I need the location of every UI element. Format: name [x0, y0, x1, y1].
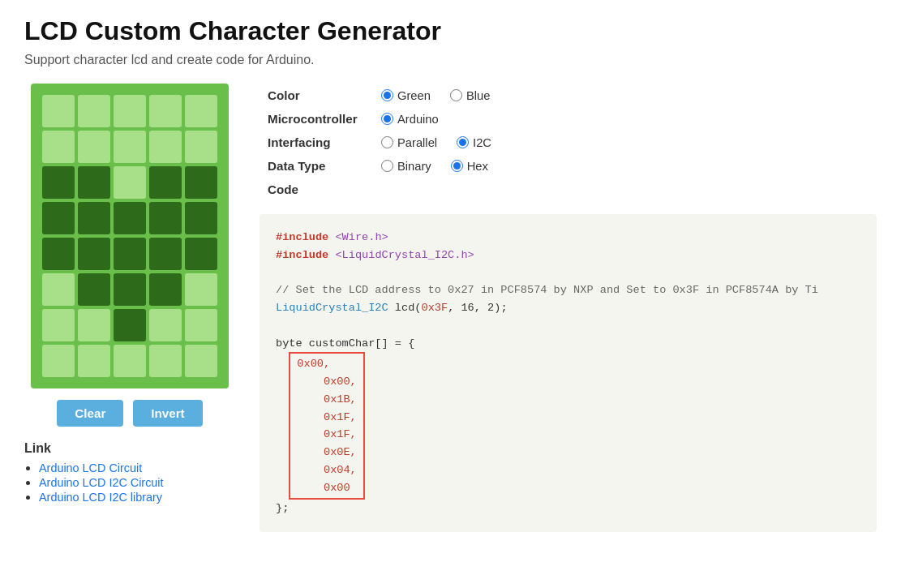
list-item: Arduino LCD I2C library	[39, 490, 164, 504]
hex-option[interactable]: Hex	[451, 160, 488, 173]
color-blue-radio[interactable]	[450, 89, 462, 101]
lcd-cell[interactable]	[185, 166, 217, 199]
i2c-radio[interactable]	[457, 136, 469, 148]
i2c-label: I2C	[473, 136, 491, 149]
interfacing-label: Interfacing	[260, 131, 373, 154]
binary-radio[interactable]	[381, 160, 393, 172]
button-row: Clear Invert	[57, 400, 202, 427]
link[interactable]: Arduino LCD I2C Circuit	[39, 476, 164, 489]
code-label: Code	[260, 178, 373, 201]
lcd-cell[interactable]	[149, 345, 182, 377]
color-blue-option[interactable]: Blue	[450, 89, 490, 102]
right-panel: Color Green Blue	[260, 84, 877, 532]
lcd-cell[interactable]	[42, 238, 75, 270]
lcd-cell[interactable]	[185, 95, 217, 127]
page-subtitle: Support character lcd and create code fo…	[24, 53, 877, 67]
lcd-cell[interactable]	[78, 309, 110, 341]
arduino-option[interactable]: Arduino	[381, 113, 439, 126]
code-row: Code	[260, 178, 877, 201]
microcontroller-radio-group: Arduino	[381, 113, 869, 126]
lcd-cell[interactable]	[78, 202, 110, 234]
main-layout: Clear Invert Link Arduino LCD CircuitArd…	[24, 84, 877, 532]
lcd-cell[interactable]	[149, 202, 182, 234]
clear-button[interactable]: Clear	[57, 400, 123, 427]
lcd-grid[interactable]	[42, 95, 217, 377]
microcontroller-label: Microcontroller	[260, 107, 373, 131]
lcd-cell[interactable]	[114, 273, 146, 306]
links-title: Link	[24, 441, 164, 456]
datatype-radio-group: Binary Hex	[381, 160, 869, 173]
invert-button[interactable]: Invert	[133, 400, 202, 427]
lcd-cell[interactable]	[114, 95, 146, 127]
lcd-cell[interactable]	[42, 345, 75, 377]
parallel-option[interactable]: Parallel	[381, 136, 437, 149]
lcd-cell[interactable]	[149, 273, 182, 306]
lcd-cell[interactable]	[42, 95, 75, 127]
parallel-label: Parallel	[397, 136, 437, 149]
lcd-cell[interactable]	[185, 238, 217, 270]
lcd-cell[interactable]	[185, 202, 217, 234]
lcd-cell[interactable]	[114, 309, 146, 341]
lcd-grid-container	[31, 84, 229, 388]
lcd-cell[interactable]	[42, 166, 75, 199]
lcd-cell[interactable]	[114, 202, 146, 234]
lcd-cell[interactable]	[78, 238, 110, 270]
color-blue-label: Blue	[466, 89, 490, 102]
lcd-cell[interactable]	[42, 309, 75, 341]
link[interactable]: Arduino LCD I2C library	[39, 491, 162, 504]
hex-radio[interactable]	[451, 160, 463, 172]
lcd-cell[interactable]	[78, 95, 110, 127]
lcd-cell[interactable]	[114, 238, 146, 270]
links-section: Link Arduino LCD CircuitArduino LCD I2C …	[24, 441, 164, 504]
lcd-cell[interactable]	[185, 131, 217, 163]
lcd-cell[interactable]	[185, 309, 217, 341]
list-item: Arduino LCD Circuit	[39, 461, 164, 475]
color-radio-group: Green Blue	[381, 89, 869, 102]
binary-label: Binary	[397, 160, 431, 173]
lcd-cell[interactable]	[42, 131, 75, 163]
binary-option[interactable]: Binary	[381, 160, 431, 173]
lcd-cell[interactable]	[149, 95, 182, 127]
page-title: LCD Custom Character Generator	[24, 16, 877, 46]
lcd-cell[interactable]	[78, 131, 110, 163]
options-table: Color Green Blue	[260, 84, 877, 201]
color-label: Color	[260, 84, 373, 107]
lcd-cell[interactable]	[114, 345, 146, 377]
parallel-radio[interactable]	[381, 136, 393, 148]
datatype-label: Data Type	[260, 154, 373, 178]
microcontroller-row: Microcontroller Arduino	[260, 107, 877, 131]
color-green-label: Green	[397, 89, 431, 102]
lcd-cell[interactable]	[149, 131, 182, 163]
lcd-cell[interactable]	[149, 309, 182, 341]
i2c-option[interactable]: I2C	[457, 136, 491, 149]
code-block: #include <Wire.h> #include <LiquidCrysta…	[260, 214, 877, 532]
left-panel: Clear Invert Link Arduino LCD CircuitArd…	[24, 84, 235, 504]
lcd-cell[interactable]	[185, 273, 217, 306]
lcd-cell[interactable]	[149, 238, 182, 270]
lcd-cell[interactable]	[78, 273, 110, 306]
lcd-cell[interactable]	[42, 273, 75, 306]
interfacing-radio-group: Parallel I2C	[381, 136, 869, 149]
color-green-radio[interactable]	[381, 89, 393, 101]
lcd-cell[interactable]	[78, 166, 110, 199]
lcd-cell[interactable]	[185, 345, 217, 377]
interfacing-row: Interfacing Parallel I2C	[260, 131, 877, 154]
color-green-option[interactable]: Green	[381, 89, 431, 102]
lcd-cell[interactable]	[114, 131, 146, 163]
links-list: Arduino LCD CircuitArduino LCD I2C Circu…	[24, 461, 164, 504]
arduino-label: Arduino	[397, 113, 439, 126]
lcd-cell[interactable]	[114, 166, 146, 199]
list-item: Arduino LCD I2C Circuit	[39, 475, 164, 490]
color-row: Color Green Blue	[260, 84, 877, 107]
lcd-cell[interactable]	[42, 202, 75, 234]
lcd-cell[interactable]	[149, 166, 182, 199]
datatype-row: Data Type Binary Hex	[260, 154, 877, 178]
arduino-radio[interactable]	[381, 113, 393, 125]
link[interactable]: Arduino LCD Circuit	[39, 461, 142, 474]
lcd-cell[interactable]	[78, 345, 110, 377]
hex-label: Hex	[467, 160, 488, 173]
